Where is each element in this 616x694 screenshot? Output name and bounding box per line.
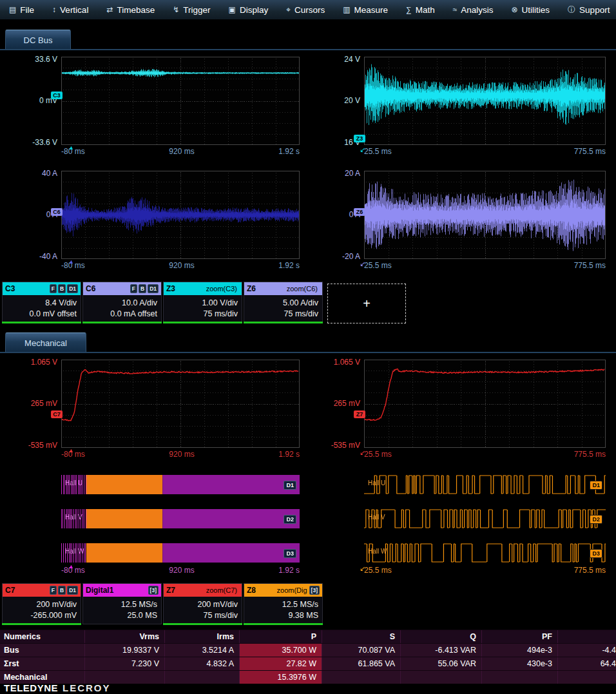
trace-active-indicator	[163, 623, 242, 625]
channel-badge: F	[50, 586, 57, 595]
channel-offset-marker[interactable]: Z3	[354, 135, 365, 142]
value-cell: -4.4	[558, 644, 616, 657]
channel-offset-marker[interactable]: C6	[51, 208, 63, 216]
channel-badges: FBD1	[130, 284, 159, 293]
menu-display[interactable]: ▣Display	[220, 5, 278, 15]
channel-header: Digital1[3]	[83, 584, 161, 597]
plus-icon: +	[363, 296, 371, 311]
channel-header: Z7zoom(C7)	[164, 584, 242, 597]
channel-badge: D1	[148, 284, 159, 293]
tab-divider	[0, 352, 616, 353]
row-label[interactable]: Bus	[0, 644, 85, 657]
timebase-icon: ⇄	[106, 5, 113, 14]
y-axis-label: 33.6 V	[35, 55, 57, 64]
digital-zoom-panel[interactable]: Hall U Hall V Hall W D1 D2 D3 25.5 ms775…	[364, 474, 606, 564]
value-cell: 61.865 VA	[322, 657, 401, 670]
tab-mechanical[interactable]: Mechanical	[5, 333, 86, 352]
column-header: Irms	[165, 630, 240, 643]
menu-math[interactable]: ∑Math	[397, 5, 444, 15]
digital-canvas-right[interactable]	[364, 474, 606, 564]
channel-badges: [3]	[148, 586, 159, 595]
waveform-canvas-z7[interactable]	[364, 360, 606, 448]
channel-offset: 75 ms/div	[168, 610, 238, 621]
row-label[interactable]: Σrst	[0, 657, 85, 670]
waveform-canvas-z3[interactable]	[364, 57, 606, 145]
channel-badges: [3]	[309, 586, 320, 595]
measure-icon: ▥	[343, 5, 350, 14]
channel-header: C7FBD1	[3, 584, 81, 597]
value-cell-highlighted: 27.82 W	[240, 657, 322, 670]
channel-descriptor-c3[interactable]: C3FBD1 8.4 V/div0.0 mV offset	[2, 282, 81, 323]
channel-offset-marker[interactable]: C3	[51, 92, 63, 99]
menu-label: Vertical	[60, 5, 88, 15]
waveform-grid-z3[interactable]: 24 V 20 V 16 V 25.5 ms775.5 ms Z3 ↙	[364, 57, 606, 145]
trigger-position-icon[interactable]: ▲	[68, 259, 74, 264]
channel-scale: 200 mV/div	[168, 599, 238, 610]
support-icon: ⓘ	[568, 5, 575, 15]
channel-descriptor-digital1[interactable]: Digital1[3] 12.5 MS/s25.0 MS	[82, 583, 162, 624]
channel-descriptor-c7[interactable]: C7FBD1 200 mV/div-265.000 mV	[2, 583, 81, 624]
tab-dc-bus[interactable]: DC Bus	[5, 30, 71, 50]
menu-trigger[interactable]: ↯Trigger	[164, 5, 219, 15]
zoom-source-label: zoom(C6)	[287, 285, 318, 293]
y-axis-label: 1.065 V	[31, 358, 57, 367]
menu-label: Math	[416, 5, 435, 15]
menu-measure[interactable]: ▥Measure	[334, 5, 397, 15]
brand-lecroy: LECROY	[63, 682, 111, 693]
zoom-anchor-icon: ↙	[360, 147, 365, 152]
add-trace-button[interactable]: +	[327, 284, 406, 323]
digital-canvas-left[interactable]	[61, 474, 300, 564]
channel-badge: B	[58, 284, 66, 293]
menu-timebase[interactable]: ⇄Timebase	[97, 5, 164, 15]
time-axis: 25.5 ms775.5 ms	[364, 261, 606, 270]
menu-analysis[interactable]: ≈Analysis	[444, 5, 503, 15]
digital-traces-panel[interactable]: Hall U Hall V Hall W D1 D2 D3 -80 ms920 …	[61, 474, 300, 564]
channel-header: C3FBD1	[3, 282, 81, 295]
waveform-canvas-c7[interactable]	[61, 360, 300, 448]
waveform-grid-c6[interactable]: 40 A 0 A -40 A -80 ms920 ms1.92 s C6 ▲	[61, 171, 300, 259]
value-cell: 7.230 V	[85, 657, 165, 670]
channel-id: Z3	[166, 284, 175, 293]
waveform-grid-c7[interactable]: 1.065 V 265 mV -535 mV -80 ms920 ms1.92 …	[61, 360, 300, 448]
digital-line-badge: D1	[590, 481, 602, 490]
waveform-grid-c3[interactable]: 33.6 V 0 mV -33.6 V -80 ms920 ms1.92 s C…	[61, 57, 300, 145]
channel-offset: 0.0 mA offset	[87, 309, 157, 320]
waveform-grid-z6[interactable]: 20 A 0 A -20 A 25.5 ms775.5 ms Z6 ↙	[364, 171, 606, 259]
menu-cursors[interactable]: ⌖Cursors	[277, 5, 334, 15]
menu-utilities[interactable]: ⊗Utilities	[503, 5, 559, 15]
channel-descriptor-z8[interactable]: Z8zoom(Dig[3] 12.5 MS/s9.38 MS	[244, 583, 323, 624]
y-axis-label: 20 V	[344, 96, 360, 105]
channel-descriptor-z3[interactable]: Z3zoom(C3) 1.00 V/div75 ms/div	[163, 282, 242, 323]
menu-vertical[interactable]: ↕Vertical	[43, 5, 97, 15]
menu-support[interactable]: ⓘSupport	[559, 5, 616, 15]
trigger-position-icon[interactable]: ▲	[68, 448, 74, 453]
waveform-grid-z7[interactable]: 1.065 V 265 mV -535 mV 25.5 ms775.5 ms Z…	[364, 360, 606, 448]
y-axis-label: -40 A	[39, 252, 57, 261]
channel-header: Z8zoom(Dig[3]	[244, 584, 322, 597]
oscilloscope-screen: ▤File ↕Vertical ⇄Timebase ↯Trigger ▣Disp…	[0, 0, 616, 694]
channel-offset-marker[interactable]: Z7	[354, 410, 365, 418]
channel-descriptor-z6[interactable]: Z6zoom(C6) 5.00 A/div75 ms/div	[244, 282, 323, 323]
channel-descriptor-c6[interactable]: C6FBD1 10.0 A/div0.0 mA offset	[82, 282, 162, 323]
waveform-canvas-c6[interactable]	[61, 171, 300, 259]
y-axis-label: 1.065 V	[334, 358, 360, 367]
display-icon: ▣	[229, 5, 236, 14]
time-axis: 25.5 ms775.5 ms	[364, 566, 606, 575]
trigger-position-icon[interactable]: ▲	[68, 145, 74, 150]
file-icon: ▤	[9, 5, 16, 14]
menu-file[interactable]: ▤File	[0, 5, 43, 15]
value-cell	[322, 671, 401, 684]
digital-row-label: Hall V	[65, 514, 82, 521]
channel-offset: 75 ms/div	[168, 309, 238, 320]
channel-offset-marker[interactable]: C7	[51, 410, 63, 418]
channel-badge: [3]	[148, 586, 159, 595]
trigger-position-icon[interactable]: ▲	[68, 564, 74, 569]
trace-active-indicator	[244, 623, 323, 625]
value-cell	[482, 671, 558, 684]
waveform-canvas-c3[interactable]	[61, 57, 300, 145]
channel-descriptor-z7[interactable]: Z7zoom(C7) 200 mV/div75 ms/div	[163, 583, 242, 624]
channel-badge: [3]	[309, 586, 320, 595]
waveform-canvas-z6[interactable]	[364, 171, 606, 259]
cursors-icon: ⌖	[286, 5, 291, 14]
channel-offset-marker[interactable]: Z6	[354, 208, 365, 216]
